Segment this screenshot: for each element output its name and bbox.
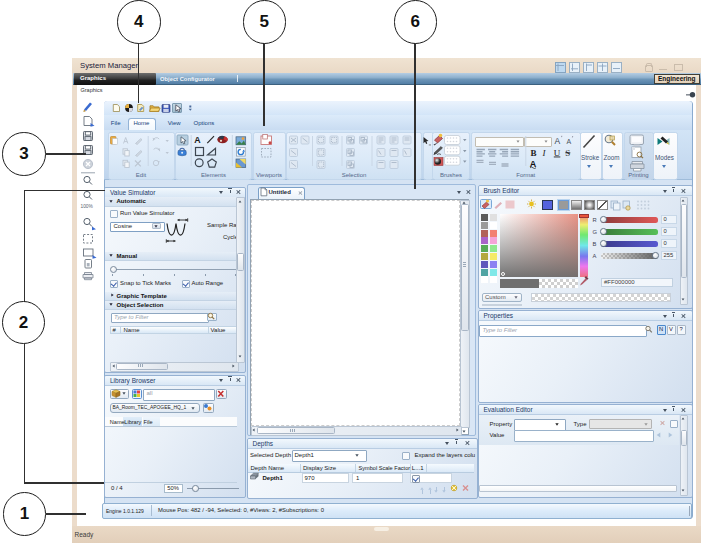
svg-text:A: A	[567, 138, 572, 145]
svg-text:I: I	[542, 148, 547, 158]
svg-text:U: U	[554, 148, 561, 158]
svg-text:A: A	[555, 136, 561, 146]
svg-text:B: B	[531, 148, 537, 158]
svg-text:S: S	[565, 148, 570, 158]
svg-text:A: A	[194, 135, 201, 145]
